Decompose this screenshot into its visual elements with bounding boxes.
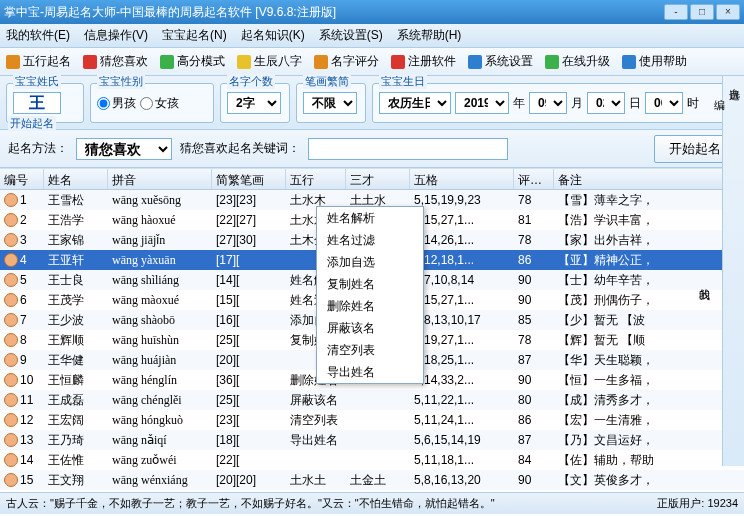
group-gender: 宝宝性别 男孩 女孩 xyxy=(90,83,214,123)
search-bar: 开始起名 起名方法： 猜您喜欢 猜您喜欢起名关键词： 开始起名 xyxy=(0,130,744,168)
statusbar: 古人云："赐子千金，不如教子一艺；教子一艺，不如赐子好名。"又云："不怕生错命，… xyxy=(0,492,744,514)
radio-female[interactable]: 女孩 xyxy=(140,95,179,112)
avatar-icon xyxy=(4,473,18,487)
method-select[interactable]: 猜您喜欢 xyxy=(76,138,172,160)
tb-highscore[interactable]: 高分模式 xyxy=(160,53,225,70)
group-stroke: 笔画繁简 不限 xyxy=(296,83,366,123)
help-icon xyxy=(622,55,636,69)
th-note[interactable]: 备注 xyxy=(554,169,724,189)
tb-settings[interactable]: 系统设置 xyxy=(468,53,533,70)
table-row[interactable]: 14王佐惟wāng zuǒwéi[22][5,11,18,1...84【佐】辅助… xyxy=(0,450,744,470)
stroke-select[interactable]: 不限 xyxy=(303,92,357,114)
status-version: 正版用户: 19234 xyxy=(657,496,738,511)
window-title: 掌中宝-周易起名大师-中国最棒的周易起名软件 [V9.6.8:注册版] xyxy=(4,4,664,21)
avatar-icon xyxy=(4,353,18,367)
avatar-icon xyxy=(4,453,18,467)
toolbar: 五行起名 猜您喜欢 高分模式 生辰八字 名字评分 注册软件 系统设置 在线升级 … xyxy=(0,48,744,76)
th-name[interactable]: 姓名 xyxy=(44,169,108,189)
table-row[interactable]: 15王文翔wāng wénxiáng[20][20]土水土土金土5,8,16,1… xyxy=(0,470,744,490)
filter-bar: 宝宝姓氏 宝宝性别 男孩 女孩 名字个数 2字 笔画繁简 不限 宝宝生日 农历生… xyxy=(0,76,744,130)
avatar-icon xyxy=(4,413,18,427)
ctx-analyze[interactable]: 姓名解析 xyxy=(317,207,423,229)
min-button[interactable]: - xyxy=(664,4,688,20)
method-label: 起名方法： xyxy=(8,140,68,157)
table-body: 姓名解析 姓名过滤 添加自选 复制姓名 删除姓名 屏蔽该名 清空列表 导出姓名 … xyxy=(0,190,744,492)
globe-icon xyxy=(545,55,559,69)
ctx-block[interactable]: 屏蔽该名 xyxy=(317,317,423,339)
menu-item[interactable]: 系统设置(S) xyxy=(319,27,383,44)
avatar-icon xyxy=(4,193,18,207)
th-stroke[interactable]: 简繁笔画 xyxy=(212,169,286,189)
radio-male[interactable]: 男孩 xyxy=(97,95,136,112)
max-button[interactable]: □ xyxy=(690,4,714,20)
table-row[interactable]: 13王乃琦wāng nǎiqí[18][导出姓名5,6,15,14,1987【乃… xyxy=(0,430,744,450)
th-wuxing[interactable]: 五行 xyxy=(286,169,346,189)
avatar-icon xyxy=(4,253,18,267)
window-buttons: - □ × xyxy=(664,4,740,20)
tb-bazi[interactable]: 生辰八字 xyxy=(237,53,302,70)
avatar-icon xyxy=(4,393,18,407)
ctx-add-fav[interactable]: 添加自选 xyxy=(317,251,423,273)
year-select[interactable]: 2019 xyxy=(455,92,509,114)
context-menu: 姓名解析 姓名过滤 添加自选 复制姓名 删除姓名 屏蔽该名 清空列表 导出姓名 xyxy=(316,206,424,384)
avatar-icon xyxy=(4,273,18,287)
key-icon xyxy=(391,55,405,69)
menu-item[interactable]: 信息操作(V) xyxy=(84,27,148,44)
close-button[interactable]: × xyxy=(716,4,740,20)
avatar-icon xyxy=(4,313,18,327)
ctx-export[interactable]: 导出姓名 xyxy=(317,361,423,383)
ideograph-icon xyxy=(6,55,20,69)
chart-icon xyxy=(160,55,174,69)
th-sancai[interactable]: 三才 xyxy=(346,169,410,189)
caltype-select[interactable]: 农历生日 xyxy=(379,92,451,114)
avatar-icon xyxy=(4,373,18,387)
tb-wuxing[interactable]: 五行起名 xyxy=(6,53,71,70)
tb-help[interactable]: 使用帮助 xyxy=(622,53,687,70)
table-row[interactable]: 12王宏阔wāng hóngkuò[23][清空列表5,11,24,1...86… xyxy=(0,410,744,430)
day-select[interactable]: 02 xyxy=(587,92,625,114)
table-row[interactable]: 11王成磊wāng chénglěi[25][屏蔽该名5,11,22,1...8… xyxy=(0,390,744,410)
avatar-icon xyxy=(4,333,18,347)
th-score[interactable]: 评… xyxy=(514,169,554,189)
menu-item[interactable]: 系统帮助(H) xyxy=(397,27,462,44)
status-quote: 古人云："赐子千金，不如教子一艺；教子一艺，不如赐子好名。"又云："不怕生错命，… xyxy=(6,496,651,511)
menu-item[interactable]: 宝宝起名(N) xyxy=(162,27,227,44)
menu-item[interactable]: 我的软件(E) xyxy=(6,27,70,44)
menubar: 我的软件(E) 信息操作(V) 宝宝起名(N) 起名知识(K) 系统设置(S) … xyxy=(0,24,744,48)
tb-score[interactable]: 名字评分 xyxy=(314,53,379,70)
group-birth: 宝宝生日 农历生日 2019年 09月 02日 06时 xyxy=(372,83,738,123)
avatar-icon xyxy=(4,293,18,307)
group-count: 名字个数 2字 xyxy=(220,83,290,123)
side-panel: 自选 编 我的 xyxy=(722,76,744,466)
hour-select[interactable]: 06 xyxy=(645,92,683,114)
keyword-label: 猜您喜欢起名关键词： xyxy=(180,140,300,157)
tb-register[interactable]: 注册软件 xyxy=(391,53,456,70)
badge-icon xyxy=(314,55,328,69)
ctx-delete[interactable]: 删除姓名 xyxy=(317,295,423,317)
th-wuge[interactable]: 五格 xyxy=(410,169,514,189)
avatar-icon xyxy=(4,433,18,447)
avatar-icon xyxy=(4,233,18,247)
month-select[interactable]: 09 xyxy=(529,92,567,114)
tb-update[interactable]: 在线升级 xyxy=(545,53,610,70)
tb-guess[interactable]: 猜您喜欢 xyxy=(83,53,148,70)
titlebar: 掌中宝-周易起名大师-中国最棒的周易起名软件 [V9.6.8:注册版] - □ … xyxy=(0,0,744,24)
table-header: 编号 姓名 拼音 简繁笔画 五行 三才 五格 评… 备注 xyxy=(0,168,744,190)
ctx-copy[interactable]: 复制姓名 xyxy=(317,273,423,295)
th-index[interactable]: 编号 xyxy=(0,169,44,189)
menu-item[interactable]: 起名知识(K) xyxy=(241,27,305,44)
keyword-input[interactable] xyxy=(308,138,508,160)
heart-icon xyxy=(83,55,97,69)
count-select[interactable]: 2字 xyxy=(227,92,281,114)
ctx-clear[interactable]: 清空列表 xyxy=(317,339,423,361)
ctx-filter[interactable]: 姓名过滤 xyxy=(317,229,423,251)
surname-input[interactable] xyxy=(13,92,61,114)
th-pinyin[interactable]: 拼音 xyxy=(108,169,212,189)
calendar-icon xyxy=(237,55,251,69)
avatar-icon xyxy=(4,213,18,227)
gear-icon xyxy=(468,55,482,69)
